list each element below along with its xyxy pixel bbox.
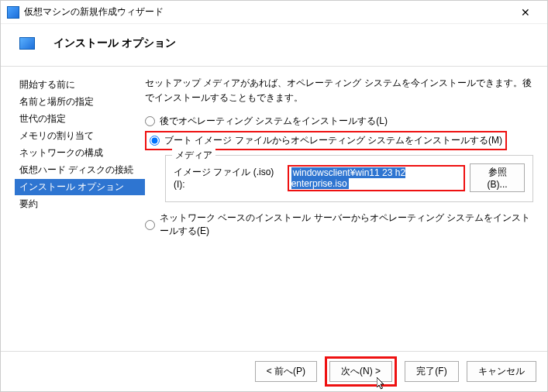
- sidebar-item-generation[interactable]: 世代の指定: [15, 111, 145, 127]
- close-button[interactable]: ✕: [510, 2, 541, 23]
- radio-install-later[interactable]: [145, 116, 155, 126]
- media-groupbox: メディア イメージ ファイル (.iso)(I): windowsclient¥…: [165, 155, 533, 202]
- radio-network-install-label[interactable]: ネットワーク ベースのインストール サーバーからオペレーティング システムをイン…: [160, 211, 533, 238]
- sidebar-item-install-options[interactable]: インストール オプション: [15, 179, 145, 195]
- radio-install-later-label[interactable]: 後でオペレーティング システムをインストールする(L): [160, 115, 388, 128]
- sidebar-item-vhd[interactable]: 仮想ハード ディスクの接続: [15, 162, 145, 178]
- iso-field-row: イメージ ファイル (.iso)(I): windowsclient¥win11…: [174, 163, 525, 192]
- app-icon: [7, 6, 19, 19]
- radio-boot-image-label[interactable]: ブート イメージ ファイルからオペレーティング システムをインストールする(M): [164, 134, 502, 147]
- sidebar-item-name-location[interactable]: 名前と場所の指定: [15, 94, 145, 110]
- footer-buttons: < 前へ(P) 次へ(N) > 完了(F) キャンセル: [1, 351, 547, 391]
- prev-button[interactable]: < 前へ(P): [255, 361, 317, 382]
- page-header: インストール オプション: [1, 24, 547, 67]
- radio-network-install[interactable]: [145, 220, 155, 230]
- next-button[interactable]: 次へ(N) >: [329, 361, 392, 382]
- radio-boot-image-row[interactable]: ブート イメージ ファイルからオペレーティング システムをインストールする(M): [145, 131, 533, 150]
- iso-path-value: windowsclient¥win11 23 h2 enterprise.iso: [291, 167, 405, 189]
- iso-path-input[interactable]: windowsclient¥win11 23 h2 enterprise.iso: [288, 165, 466, 191]
- iso-label: イメージ ファイル (.iso)(I):: [174, 166, 283, 190]
- window-title: 仮想マシンの新規作成ウィザード: [24, 5, 510, 19]
- highlight-next: 次へ(N) >: [325, 356, 397, 387]
- titlebar: 仮想マシンの新規作成ウィザード ✕: [1, 1, 547, 24]
- highlight-boot-image: ブート イメージ ファイルからオペレーティング システムをインストールする(M): [145, 131, 507, 150]
- intro-text: セットアップ メディアがあれば、オペレーティング システムを今インストールできま…: [145, 76, 533, 105]
- finish-button[interactable]: 完了(F): [405, 361, 459, 382]
- sidebar-item-memory[interactable]: メモリの割り当て: [15, 128, 145, 144]
- cancel-button[interactable]: キャンセル: [467, 361, 536, 382]
- sidebar-item-before-begin[interactable]: 開始する前に: [15, 77, 145, 93]
- radio-network-install-row[interactable]: ネットワーク ベースのインストール サーバーからオペレーティング システムをイン…: [145, 211, 533, 238]
- sidebar-item-summary[interactable]: 要約: [15, 196, 145, 212]
- sidebar-item-network[interactable]: ネットワークの構成: [15, 145, 145, 161]
- wizard-window: 仮想マシンの新規作成ウィザード ✕ インストール オプション 開始する前に 名前…: [0, 0, 548, 392]
- main-panel: セットアップ メディアがあれば、オペレーティング システムを今インストールできま…: [145, 67, 547, 351]
- browse-button[interactable]: 参照(B)...: [470, 163, 525, 192]
- media-group-title: メディア: [172, 149, 215, 162]
- radio-boot-image[interactable]: [150, 136, 160, 146]
- radio-install-later-row[interactable]: 後でオペレーティング システムをインストールする(L): [145, 115, 533, 128]
- wizard-body: 開始する前に 名前と場所の指定 世代の指定 メモリの割り当て ネットワークの構成…: [1, 67, 547, 351]
- sidebar-nav: 開始する前に 名前と場所の指定 世代の指定 メモリの割り当て ネットワークの構成…: [1, 67, 145, 351]
- page-title: インストール オプション: [53, 36, 176, 50]
- header-icon: [19, 37, 35, 50]
